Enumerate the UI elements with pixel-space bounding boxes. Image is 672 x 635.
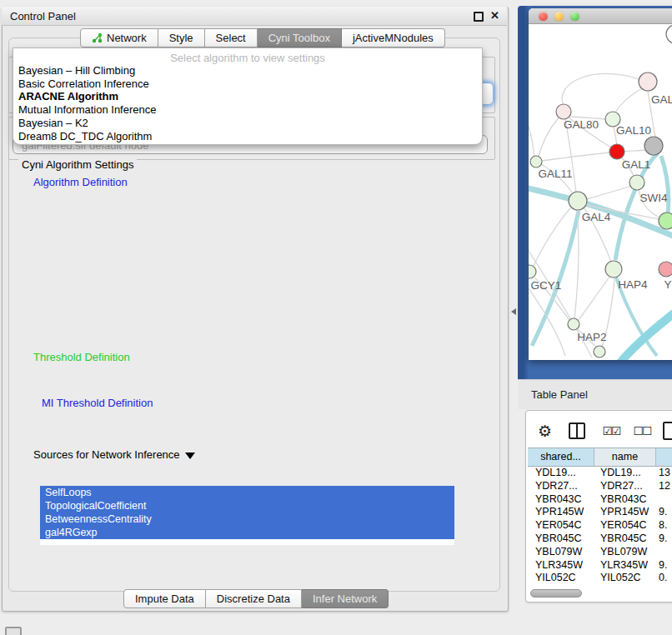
table-cell: YDL19... (528, 467, 594, 480)
table-panel-title: Table Panel (531, 388, 588, 401)
network-node-label: Y (664, 278, 671, 291)
cyni-algorithm-settings-title: Cyni Algorithm Settings (18, 158, 137, 171)
network-node[interactable] (594, 346, 605, 358)
table-row[interactable]: YDL19...YDL19...13 (528, 467, 672, 480)
tab-select[interactable]: Select (205, 28, 258, 48)
table-row[interactable]: YBL079WYBL079W (528, 546, 672, 559)
table-cell: YDL19... (594, 467, 656, 480)
table-panel-window: ⚙ ☑☑ ☐☐ shared...name YDL19...YDL19...13… (525, 410, 672, 602)
table-panel-strip: Table Panel (518, 379, 672, 409)
network-canvas[interactable]: GALGAL80GAL10GAL1SWI4GAL11GAL4GCY1HAP4YH… (529, 24, 672, 360)
table-row[interactable]: YER054CYER054C8. (528, 519, 672, 532)
table-row[interactable]: YLR345WYLR345W9. (528, 559, 672, 572)
minimize-traffic-light[interactable] (554, 12, 564, 21)
mi-threshold-group-title: MI Threshold Definition (38, 397, 156, 409)
network-node-swi4[interactable] (629, 175, 644, 190)
tab-label: Network (107, 32, 147, 44)
close-icon[interactable]: ✕ (490, 9, 499, 22)
network-window[interactable]: GALGAL80GAL10GAL1SWI4GAL11GAL4GCY1HAP4YH… (529, 8, 672, 360)
table-cell: YBR043C (528, 493, 594, 507)
network-node[interactable] (644, 137, 663, 155)
tab-discretize-data[interactable]: Discretize Data (206, 589, 302, 608)
table-cell: YLR345W (594, 559, 656, 572)
tab-label: Cyni Toolbox (268, 32, 330, 44)
data-attribute-item-betweennesscentrality[interactable]: BetweennessCentrality (40, 512, 454, 526)
algorithm-definition-title: Algorithm Definition (30, 176, 131, 188)
network-window-titlebar[interactable] (529, 8, 672, 24)
tab-impute-data[interactable]: Impute Data (123, 589, 206, 608)
network-node-gal11[interactable] (530, 156, 542, 168)
algorithm-option-dream8-dc-tdc-algorithm[interactable]: Dream8 DC_TDC Algorithm (13, 130, 482, 143)
table-cell: YIL052C (528, 572, 594, 585)
zoom-traffic-light[interactable] (570, 12, 579, 21)
select-all-checkboxes-icon[interactable]: ☑☑ (602, 424, 619, 438)
column-header-name[interactable]: name (594, 448, 656, 466)
data-attribute-item-topologicalcoefficient[interactable]: TopologicalCoefficient (40, 499, 454, 512)
table-cell: YIL052C (594, 572, 656, 585)
tab-jactivemnodules[interactable]: jActiveMNodules (342, 28, 445, 48)
tab-label: Select (216, 32, 246, 44)
table-cell: 13 (656, 467, 672, 480)
table-row[interactable]: YBR043CYBR043C (528, 493, 672, 507)
table-row[interactable]: YDR27...YDR27...12 (528, 480, 672, 493)
network-node-label: GAL11 (538, 168, 572, 180)
tab-network[interactable]: Network (80, 28, 158, 48)
tab-infer-network[interactable]: Infer Network (302, 589, 389, 608)
float-window-icon[interactable] (474, 12, 484, 22)
tab-style[interactable]: Style (158, 28, 205, 48)
algorithm-option-basic-correlation-inference[interactable]: Basic Correlation Inference (13, 78, 482, 91)
threshold-definition-title: Threshold Definition (30, 351, 133, 363)
network-node-label: HAP4 (618, 278, 648, 291)
close-traffic-light[interactable] (539, 12, 548, 21)
algorithm-option-bayesian-hill-climbing[interactable]: Bayesian – Hill Climbing (13, 64, 482, 78)
algorithm-dropdown-list: Bayesian – Hill ClimbingBasic Correlatio… (13, 64, 482, 142)
column-header-2[interactable] (656, 448, 672, 466)
table-row[interactable]: YPR145WYPR145W9. (528, 506, 672, 519)
network-node-hap4[interactable] (605, 261, 622, 278)
table-row[interactable]: YBR045CYBR045C9. (528, 532, 672, 546)
network-tab-icon (92, 32, 103, 43)
network-node[interactable] (659, 212, 672, 229)
data-attribute-item-selfloops[interactable]: SelfLoops (40, 486, 454, 499)
algorithm-option-bayesian-k2[interactable]: Bayesian – K2 (13, 117, 482, 130)
network-node-gal80[interactable] (556, 104, 571, 119)
data-attributes-list: SelfLoopsTopologicalCoefficientBetweenne… (40, 486, 454, 545)
algorithm-option-aracne-algorithm[interactable]: ARACNE Algorithm (13, 90, 482, 103)
function-builder-icon[interactable] (663, 422, 672, 440)
network-node-gcy1[interactable] (529, 265, 536, 278)
sources-title[interactable]: Sources for Network Inference (30, 448, 198, 461)
network-node-gal4[interactable] (569, 192, 587, 210)
network-node-hap2[interactable] (568, 318, 579, 330)
table-cell: 0. (656, 572, 672, 585)
network-node[interactable] (666, 25, 672, 43)
table-body: YDL19...YDL19...13YDR27...YDR27...12YBR0… (528, 467, 672, 585)
deselect-all-checkboxes-icon[interactable]: ☐☐ (634, 424, 651, 438)
table-cell: 8. (656, 519, 672, 532)
tab-label: jActiveMNodules (353, 32, 434, 44)
collapse-down-icon[interactable] (185, 452, 195, 459)
gear-icon[interactable]: ⚙ (538, 422, 552, 441)
network-node-y[interactable] (659, 262, 672, 277)
columns-icon[interactable] (569, 422, 585, 439)
table-cell: YDR27... (528, 480, 594, 493)
table-cell: 9. (656, 506, 672, 519)
split-pane-handle[interactable] (511, 308, 516, 315)
network-node-label: GCY1 (531, 279, 562, 292)
tab-label: Style (169, 32, 193, 44)
algorithm-option-mutual-information-inference[interactable]: Mutual Information Inference (13, 103, 482, 117)
table-row[interactable]: YIL052CYIL052C0. (528, 572, 672, 585)
data-attribute-item-gal4rgexp[interactable]: gal4RGexp (40, 526, 454, 539)
table-cell: YBR043C (594, 493, 656, 507)
network-node-gal[interactable] (639, 72, 657, 91)
table-cell: YER054C (594, 519, 656, 532)
network-node-label: SWI4 (639, 192, 667, 204)
column-header-shared[interactable]: shared... (528, 448, 594, 466)
table-toolbar: ⚙ ☑☑ ☐☐ (526, 418, 672, 444)
tab-cyni-toolbox[interactable]: Cyni Toolbox (258, 28, 342, 48)
control-panel-titlebar[interactable]: Control Panel ✕ (2, 7, 507, 26)
minimized-panel-icon[interactable] (5, 627, 22, 635)
network-node-gal1[interactable] (609, 144, 624, 159)
table-horizontal-scrollbar-thumb[interactable] (530, 589, 582, 598)
network-node-label: GAL10 (616, 124, 651, 137)
algorithm-dropdown-popup: Select algorithm to view settings Bayesi… (13, 48, 483, 145)
